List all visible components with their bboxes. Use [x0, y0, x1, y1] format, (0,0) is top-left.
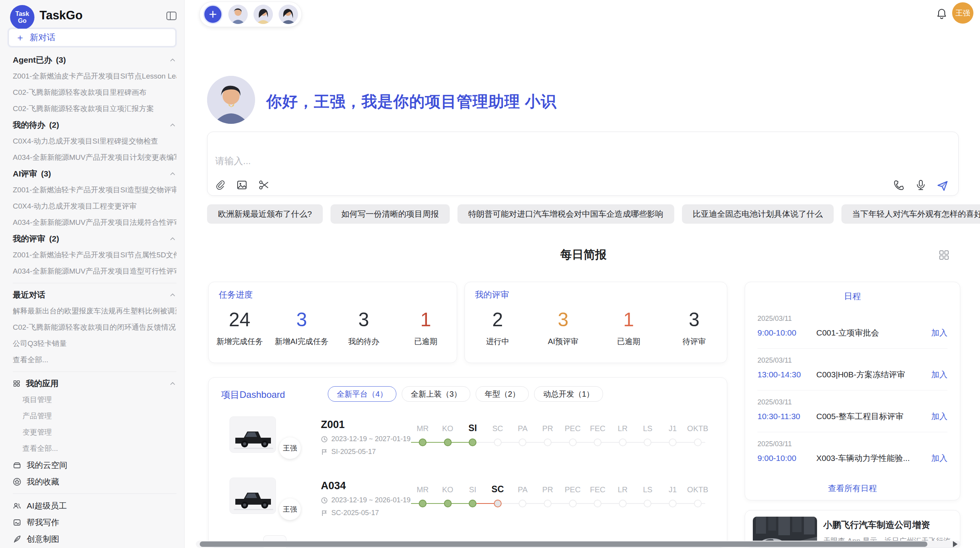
scroll-right-arrow[interactable] [953, 541, 958, 547]
suggestion-chip-2[interactable]: 特朗普可能对进口汽车增税会对中国车企造成哪些影响 [457, 204, 674, 224]
paperclip-icon[interactable] [214, 179, 226, 191]
sidebar-section-header-3[interactable]: 我的评审(2) [13, 231, 176, 247]
sidebar-item-help-me-write[interactable]: 帮我写作 [13, 514, 176, 531]
milestone-dot-MR [419, 438, 427, 446]
sidebar-item-creative-drawing[interactable]: 创意制图 [13, 531, 176, 547]
list-item[interactable]: C02-飞腾新能源轻客改款项目的闭环通告反馈情况 [13, 319, 176, 336]
app-logo-text-top: Task [15, 10, 29, 17]
stat-item: 3我的待办 [333, 309, 395, 347]
chevron-up-icon[interactable] [169, 235, 176, 243]
new-chat-button[interactable]: ＋ 新对话 [9, 29, 176, 46]
dashboard-tab-2[interactable]: 年型（2） [476, 386, 529, 402]
stat-value: 24 [209, 309, 271, 330]
stat-label: 我的待办 [333, 336, 395, 347]
agent-avatar-1[interactable] [228, 5, 248, 24]
chevron-up-icon[interactable] [169, 56, 176, 64]
sidebar-collapse-icon[interactable] [166, 10, 177, 22]
agent-avatar-3[interactable] [279, 5, 298, 24]
tool-label: 我的云空间 [27, 460, 67, 471]
chevron-up-icon[interactable] [169, 291, 176, 299]
sidebar-item-favorites[interactable]: 我的收藏 [13, 473, 176, 490]
join-link[interactable]: 加入 [931, 453, 947, 464]
brief-layout-grid-icon[interactable] [938, 249, 950, 261]
project-car-image [230, 416, 276, 453]
user-avatar[interactable]: 王强 [952, 2, 973, 24]
suggestion-chip-3[interactable]: 比亚迪全固态电池计划具体说了什么 [682, 204, 834, 224]
task-progress-card: 任务进度24新增完成任务3新增AI完成任务3我的待办1已逾期 [208, 282, 457, 363]
project-owner-badge: 王强 [279, 437, 301, 459]
chevron-up-icon[interactable] [169, 380, 176, 387]
flag-icon [321, 510, 328, 517]
suggestion-chip-0[interactable]: 欧洲新规最近颁布了什么? [207, 204, 323, 224]
section-count: (3) [41, 169, 51, 178]
list-item[interactable]: Z001-全新燃油轻卡产品开发项目SI造型提交物评审 [13, 182, 176, 198]
list-item[interactable]: Z001-全新燃油皮卡产品开发项目SI节点Lesson Learn报告 [13, 68, 176, 84]
app-sub-item[interactable]: 变更管理 [13, 424, 176, 440]
list-item[interactable]: Z001-全新燃油轻卡产品开发项目SI节点属性5D文件评审 [13, 247, 176, 263]
list-item[interactable]: C02-飞腾新能源轻客改款项目立项汇报方案 [13, 101, 176, 117]
schedule-name: C003|H0B-方案冻结评审 [816, 369, 931, 380]
write-icon [13, 518, 21, 527]
list-item[interactable]: A034-全新新能源MUV产品开发项目造型可行性评审 [13, 263, 176, 279]
input-attachment-tools [214, 179, 269, 191]
sidebar-section-header-apps[interactable]: 我的应用 [13, 375, 176, 392]
date-text: 2023-12-19 ~ 2027-01-19 [331, 435, 411, 443]
milestone-label-OKTB: OKTB [680, 485, 715, 494]
project-row-Z001: 王强Z0012023-12-19 ~ 2027-01-19SI-2025-05-… [209, 416, 727, 478]
dashboard-tab-3[interactable]: 动总开发（1） [534, 386, 603, 402]
stat-value: 3 [661, 309, 727, 330]
schedule-entry: 2025/03/1113:00-14:30C003|H0B-方案冻结评审加入 [757, 349, 947, 390]
list-item[interactable]: A034-全新新能源MUV产品开发项目法规符合性评审 [13, 214, 176, 231]
join-link[interactable]: 加入 [931, 369, 947, 380]
suggestion-chips: 欧洲新规最近颁布了什么?如何写一份清晰的项目周报特朗普可能对进口汽车增税会对中国… [207, 204, 980, 224]
list-item[interactable]: 查看全部... [13, 352, 176, 368]
sidebar-section-header-1[interactable]: 我的待办(2) [13, 117, 176, 133]
app-sub-item[interactable]: 项目管理 [13, 392, 176, 408]
suggestion-chip-4[interactable]: 当下年轻人对汽车外观有怎样的喜好趋势 [841, 204, 980, 224]
dashboard-tab-0[interactable]: 全新平台（4） [328, 386, 396, 402]
microphone-icon[interactable] [915, 179, 927, 191]
sidebar-section-header-2[interactable]: AI评审(3) [13, 166, 176, 182]
join-link[interactable]: 加入 [931, 327, 947, 338]
project-flag-date: SC-2025-05-17 [321, 509, 379, 517]
sidebar-section-header-0[interactable]: Agent已办(3) [13, 52, 176, 68]
sidebar-item-cloud-space[interactable]: 我的云空间 [13, 457, 176, 473]
add-conversation-button[interactable] [203, 5, 223, 24]
chevron-up-icon[interactable] [169, 170, 176, 178]
agent-avatar-2[interactable] [254, 5, 273, 24]
list-item[interactable]: 解释最新出台的欧盟报废车法规再生塑料比例被调至15%... [13, 303, 176, 319]
phone-icon[interactable] [893, 179, 905, 191]
app-sub-item[interactable]: 查看全部... [13, 440, 176, 457]
app-sub-item[interactable]: 产品管理 [13, 408, 176, 424]
dashboard-tab-1[interactable]: 全新上装（3） [402, 386, 470, 402]
milestone-dot-KO [444, 500, 452, 507]
list-item[interactable]: C02-飞腾新能源轻客改款项目里程碑画布 [13, 84, 176, 101]
sidebar-scroll-area[interactable]: Agent已办(3)Z001-全新燃油皮卡产品开发项目SI节点Lesson Le… [0, 50, 184, 548]
sidebar-section-header-recent[interactable]: 最近对话 [13, 287, 176, 303]
schedule-name: C001-立项审批会 [816, 327, 931, 338]
image-icon[interactable] [236, 179, 248, 191]
app-logo: Task Go [10, 5, 34, 29]
chevron-up-icon[interactable] [169, 121, 176, 129]
milestone-dot-LR [619, 500, 627, 507]
suggestion-chip-1[interactable]: 如何写一份清晰的项目周报 [331, 204, 450, 224]
list-item[interactable]: C0X4-动力总成开发项目SI里程碑提交物检查 [13, 133, 176, 149]
milestone-dot-SI [469, 500, 476, 507]
chat-input[interactable] [214, 155, 758, 167]
horizontal-scrollbar-thumb[interactable] [200, 541, 927, 547]
stat-item: 1已逾期 [596, 309, 661, 347]
news-title: 小鹏飞行汽车制造公司增资 [823, 519, 930, 531]
stat-item: 3AI预评审 [530, 309, 596, 347]
join-link[interactable]: 加入 [931, 411, 947, 422]
scissors-icon[interactable] [258, 179, 269, 191]
sidebar: Task Go TaskGo ＋ 新对话 Agent已办(3)Z001-全新燃油… [0, 0, 185, 548]
list-item[interactable]: C0X4-动力总成开发项目工程变更评审 [13, 198, 176, 214]
divider [13, 372, 176, 372]
list-item[interactable]: 公司Q3轻卡销量 [13, 336, 176, 352]
sidebar-item-ai-super-staff[interactable]: AI超级员工 [13, 497, 176, 514]
notification-bell-icon[interactable] [936, 8, 947, 19]
send-icon[interactable] [937, 179, 948, 191]
schedule-row: 9:00-10:00X003-车辆动力学性能验...加入 [757, 453, 947, 464]
list-item[interactable]: A034-全新新能源MUV产品开发项目计划变更表编写 [13, 149, 176, 166]
view-all-schedule-link[interactable]: 查看所有日程 [745, 483, 960, 494]
